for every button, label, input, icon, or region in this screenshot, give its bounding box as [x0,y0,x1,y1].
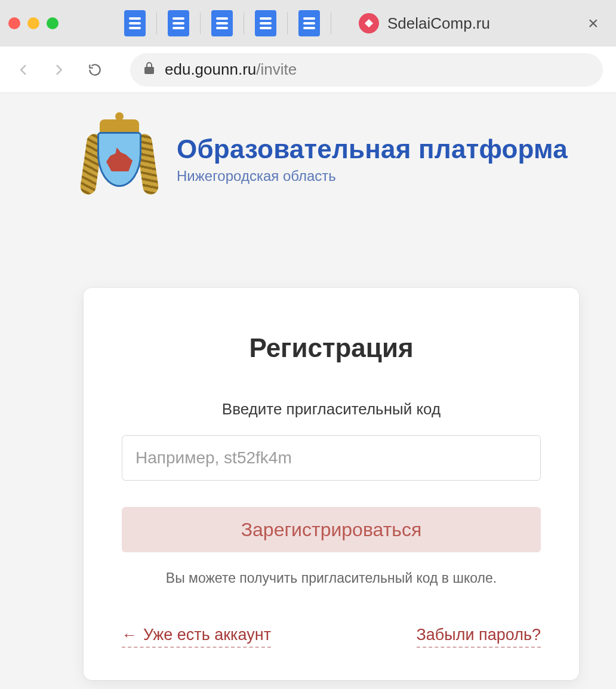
card-hint: Вы можете получить пригласительный код в… [122,570,541,586]
tab-separator [156,13,157,34]
nav-forward-button[interactable] [49,60,69,80]
tab-separator [200,13,201,34]
window-controls [8,17,58,29]
pinned-tab-doc-icon[interactable] [255,10,276,36]
pinned-tab-doc-icon[interactable] [168,10,189,36]
tab-title: SdelaiComp.ru [387,14,490,33]
card-heading: Регистрация [122,333,541,363]
pinned-tab-doc-icon[interactable] [298,10,320,36]
pinned-tab-doc-icon[interactable] [124,10,146,36]
lock-icon [143,60,155,79]
tab-close-button[interactable]: × [588,14,599,32]
arrow-left-icon [16,62,31,78]
tab-separator [287,13,288,34]
arrow-left-icon: ← [122,626,137,644]
browser-tabbar: SdelaiComp.ru × W [0,0,616,47]
have-account-label: Уже есть аккаунт [143,626,271,644]
nav-reload-button[interactable] [85,60,105,80]
pinned-tabs [124,10,342,36]
url-host: edu.gounn.ru/invite [165,60,297,79]
page-content: Образовательная платформа Нижегородская … [0,93,616,680]
browser-toolbar: edu.gounn.ru/invite [0,47,616,93]
brand-title: Образовательная платформа [177,134,568,164]
coat-of-arms-icon [84,121,155,198]
window-minimize-button[interactable] [27,17,39,29]
have-account-link[interactable]: ← Уже есть аккаунт [122,626,271,648]
active-tab[interactable]: SdelaiComp.ru × [353,5,605,41]
brand-subtitle: Нижегородская область [177,168,568,184]
reload-icon [87,62,103,78]
card-lead: Введите пригласительный код [122,400,541,419]
window-close-button[interactable] [8,17,20,29]
register-button[interactable]: Зарегистрироваться [122,507,541,552]
brand-header: Образовательная платформа Нижегородская … [84,121,616,198]
pinned-tab-doc-icon[interactable] [211,10,233,36]
nav-back-button[interactable] [13,60,33,80]
forgot-password-link[interactable]: Забыли пароль? [417,626,541,648]
arrow-right-icon [51,62,67,78]
window-zoom-button[interactable] [47,17,58,29]
tab-separator [331,13,331,34]
registration-card: Регистрация Введите пригласительный код … [84,288,579,680]
address-bar[interactable]: edu.gounn.ru/invite [130,53,603,87]
invite-code-input[interactable] [122,435,541,481]
tab-separator [244,13,244,34]
tab-favicon-icon [359,13,379,33]
